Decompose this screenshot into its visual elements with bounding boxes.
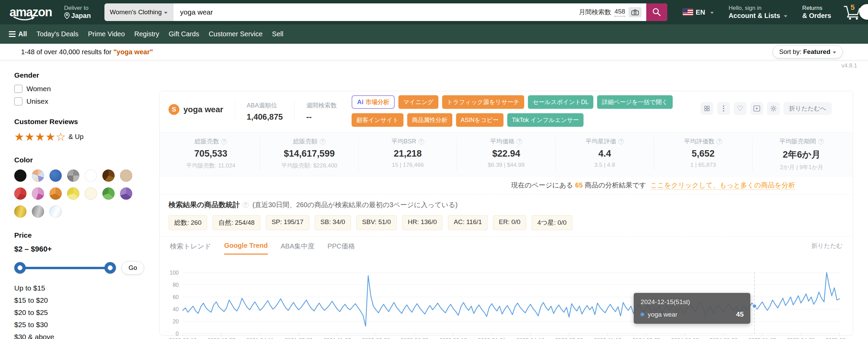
language-selector[interactable]: EN [683,8,714,16]
amazon-logo[interactable]: amazon [9,6,52,18]
more-options-button[interactable] [717,102,730,115]
price-go-button[interactable]: Go [121,261,144,275]
nav-item-customer-service[interactable]: Customer Service [209,30,262,38]
collapse-panel-button[interactable]: 折りたたむへ [784,102,832,115]
color-swatch-multi[interactable] [32,170,44,182]
tab-ppc-price[interactable]: PPC価格 [328,242,355,255]
color-heading: Color [14,156,150,164]
color-swatch-ivory[interactable] [85,187,97,200]
nav-item-gift-cards[interactable]: Gift Cards [169,30,199,38]
price-link-up-to-15[interactable]: Up to $15 [14,284,150,292]
tooltip-date: 2024-12-15(51st) [640,298,744,306]
color-swatch-purple[interactable] [120,187,132,200]
deliver-to[interactable]: Deliver to Japan [64,4,91,20]
price-slider[interactable] [14,261,116,275]
analyze-more-link[interactable]: ここをクリックして、もっと多くの商品を分析 [650,181,795,190]
color-swatch-silver[interactable] [32,205,44,218]
empty-star-icon: ☆ [56,131,66,142]
help-icon[interactable]: ? [221,139,227,144]
price-slider-low-handle[interactable] [14,262,26,274]
color-swatch-white[interactable] [85,170,97,182]
account-menu[interactable]: Hello, sign in Account & Lists [729,4,787,20]
nav-item-registry[interactable]: Registry [134,30,159,38]
color-swatch-yellow[interactable] [67,187,79,200]
customer-insight-button[interactable]: 顧客インサイト [352,113,403,127]
chevron-down-icon [833,52,836,55]
tab-aba-concentration[interactable]: ABA集中度 [281,242,315,255]
svg-text:20: 20 [173,319,179,324]
chip-er: ER: 0/0 [493,215,526,230]
video-tutorial-button[interactable] [750,102,763,115]
nav-all-menu[interactable]: All [9,30,27,38]
apps-grid-icon-button[interactable] [701,102,713,115]
us-flag-icon [683,9,693,16]
color-swatch-brown[interactable] [102,170,115,182]
help-icon[interactable]: ? [418,139,424,144]
search-button[interactable] [646,3,667,21]
product-attribute-analysis-button[interactable]: 商品属性分析 [407,113,452,127]
search-category-dropdown[interactable]: Women's Clothing [104,3,173,21]
search-input[interactable] [173,3,579,21]
search-bar: Women's Clothing 月間検索数 458 [104,3,667,21]
chip-organic: 自然: 254/48 [213,215,260,230]
tab-google-trend[interactable]: Google Trend [224,242,268,255]
help-icon[interactable]: ? [818,139,824,144]
settings-button[interactable] [767,102,780,115]
price-link-20-25[interactable]: $20 to $25 [14,308,150,317]
color-swatch-red[interactable] [14,187,26,200]
color-swatch-pink[interactable] [32,187,44,200]
price-slider-high-handle[interactable] [104,262,116,274]
ai-market-analysis-button[interactable]: Ai 市場分析 [352,95,395,109]
help-icon[interactable]: ? [243,202,249,208]
color-swatch-beige[interactable] [120,170,132,182]
sort-dropdown[interactable]: Sort by: Featured [773,45,843,58]
analysis-notice: 現在のページにある65商品の分析結果ですここをクリックして、もっと多くの商品を分… [160,176,853,195]
price-link-30-above[interactable]: $30 & above [14,333,150,339]
mining-button[interactable]: マイニング [398,95,438,109]
returns-orders[interactable]: Returns & Orders [802,4,831,20]
google-trend-chart[interactable]: 0204060801002020-09-132020-12-272021-04-… [166,255,846,339]
panel-toolbar: ♡ 折りたたむへ [701,102,832,115]
keyword-block: S yoga wear [169,104,223,115]
nav-item-sell[interactable]: Sell [272,30,283,38]
color-swatch-grey[interactable] [67,170,79,182]
price-heading: Price [14,231,150,239]
cart-icon: 5 [844,4,861,20]
tab-search-trend[interactable]: 検索トレンド [170,242,211,255]
magnifier-icon [652,7,662,17]
filter-unisex-checkbox[interactable]: Unisex [14,97,150,105]
help-icon[interactable]: ? [516,139,522,144]
color-swatch-orange[interactable] [50,187,62,200]
svg-text:100: 100 [170,270,179,276]
color-swatch-gold[interactable] [14,205,26,218]
open-detail-pages-button[interactable]: 詳細ページを一括で開く [597,95,673,109]
collapse-chart-button[interactable]: 折りたたむ [811,242,843,250]
nav-item-todays-deals[interactable]: Today's Deals [37,30,79,38]
color-swatch-blue[interactable] [50,170,62,182]
help-icon[interactable]: ? [320,139,326,144]
help-icon[interactable]: ? [716,139,722,144]
svg-text:2023-07-30: 2023-07-30 [555,338,583,339]
tiktok-influencer-button[interactable]: TikTok インフルエンサー [507,113,584,127]
price-link-25-30[interactable]: $25 to $30 [14,321,150,329]
favorite-button[interactable]: ♡ [734,102,747,115]
selling-points-download-button[interactable]: セールスポイントDL [528,95,593,109]
four-stars-and-up-filter[interactable]: ★★★★☆ & Up [14,131,150,142]
nav-item-prime-video[interactable]: Prime Video [88,30,125,38]
kebab-icon [723,105,724,112]
chip-4star: 4つ星: 0/0 [532,215,572,230]
help-icon[interactable]: ? [618,139,624,144]
svg-text:0: 0 [176,331,179,337]
traffic-research-button[interactable]: トラフィック源をリサーチ [442,95,524,109]
gender-heading: Gender [14,71,150,79]
result-stat-chips: 総数: 260 自然: 254/48 SP: 195/17 SB: 34/0 S… [169,215,844,230]
video-icon [753,105,760,112]
copy-asin-button[interactable]: ASINをコピー [456,113,504,127]
camera-icon[interactable] [629,7,642,17]
color-swatch-green[interactable] [102,187,115,200]
color-swatch-clear[interactable] [50,205,62,218]
price-link-15-20[interactable]: $15 to $20 [14,296,150,304]
svg-text:2024-02-25: 2024-02-25 [632,338,660,339]
color-swatch-black[interactable] [14,170,26,182]
filter-women-checkbox[interactable]: Women [14,85,150,93]
